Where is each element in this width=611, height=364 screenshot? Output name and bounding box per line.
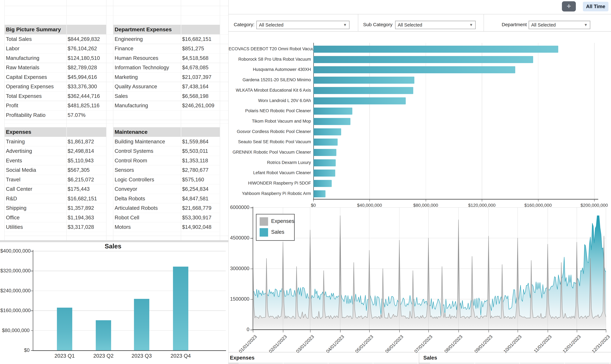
row-label: Manufacturing bbox=[6, 53, 66, 63]
table-row: Conveyor$6,254,834 bbox=[113, 184, 220, 194]
row-label: Quality Assurance bbox=[115, 82, 180, 91]
bar bbox=[314, 77, 414, 84]
row-label: Advertising bbox=[6, 146, 66, 156]
row-label: Office bbox=[6, 213, 66, 222]
row-value: $14,902,048 bbox=[182, 222, 219, 232]
table-header: Department Expenses bbox=[113, 25, 220, 34]
bar-category-label: Husqvarna Automower 430XH bbox=[229, 67, 311, 72]
department-filter-dropdown[interactable]: All Selected ▼ bbox=[529, 21, 590, 29]
row-value: $45,994,616 bbox=[68, 72, 106, 82]
table-row: Logic Controllers$575,160 bbox=[113, 175, 220, 184]
row-label: Social Media bbox=[6, 165, 66, 175]
filter-divider bbox=[358, 14, 358, 32]
add-button[interactable]: + bbox=[562, 1, 576, 12]
quarterly-chart-title: Sales bbox=[97, 243, 129, 250]
row-value: $7,438,164 bbox=[182, 82, 219, 91]
table-row: Total Sales$844,269,832 bbox=[4, 34, 106, 44]
gridline bbox=[594, 43, 595, 199]
table-row: Delta Robots$4,847,581 bbox=[113, 194, 220, 204]
row-value: $16,682,151 bbox=[182, 34, 219, 44]
table-row: Events$5,110,943 bbox=[4, 156, 106, 166]
subcategory-filter-dropdown[interactable]: All Selected ▼ bbox=[395, 21, 476, 29]
bar bbox=[314, 56, 533, 63]
table-row: Advertising$2,498,814 bbox=[4, 146, 106, 156]
bottom-table-cells bbox=[238, 363, 419, 364]
table-row: Sensors$2,780,677 bbox=[113, 165, 220, 175]
table-row: Articulated Robots$21,668,779 bbox=[113, 203, 220, 213]
row-value: $21,037,397 bbox=[182, 72, 219, 82]
y-tick-label: $160,000,000 bbox=[0, 308, 29, 313]
row-label: Finance bbox=[115, 44, 180, 53]
gridline bbox=[538, 43, 538, 199]
department-filter-label: Department bbox=[494, 21, 527, 28]
bar bbox=[314, 108, 352, 115]
row-value: $246,261,009 bbox=[182, 101, 219, 110]
row-value: $1,861,872 bbox=[68, 137, 106, 146]
tick bbox=[429, 330, 429, 332]
row-value: $4,847,581 bbox=[182, 194, 219, 203]
sheet-gridline bbox=[220, 0, 220, 240]
table-row: Office$1,194,363 bbox=[4, 213, 106, 222]
row-label: Operating Expenses bbox=[6, 82, 66, 91]
x-axis bbox=[313, 199, 598, 200]
row-value: $76,104,262 bbox=[68, 44, 106, 53]
tick bbox=[250, 299, 253, 300]
row-value: $2,780,677 bbox=[182, 165, 219, 175]
row-value: $2,498,814 bbox=[68, 146, 106, 156]
tick bbox=[250, 208, 253, 208]
table-row: Total Expenses$362,444,716 bbox=[4, 91, 106, 101]
bar-category-label: Polaris NEO Robotic Pool Cleaner bbox=[229, 108, 311, 113]
tick bbox=[577, 330, 577, 332]
table-row: Robot Cell$53,300,917 bbox=[113, 213, 220, 222]
bar bbox=[314, 169, 335, 177]
tick bbox=[340, 330, 341, 332]
table-row: Operating Expenses$33,376,300 bbox=[4, 82, 106, 91]
row-label: Training bbox=[6, 137, 66, 146]
bar-category-label: Rotrics Dexarm Luxury bbox=[229, 160, 311, 165]
y-tick-label: $0 bbox=[0, 347, 29, 353]
table-row: Call Center$175,443 bbox=[4, 184, 106, 194]
row-value: $175,443 bbox=[68, 184, 106, 194]
category-filter-dropdown[interactable]: All Selected ▼ bbox=[256, 21, 349, 29]
sheet-gridline bbox=[66, 0, 67, 240]
y-tick-label: $80,000,000 bbox=[0, 328, 29, 333]
bar-category-label: ECOVACS DEEBOT T20 Omni Robot Vacuum bbox=[229, 46, 311, 52]
bottom-table-corner-cell bbox=[419, 363, 430, 364]
table-row: Engineering$16,682,151 bbox=[113, 34, 220, 44]
sheet-gridline bbox=[4, 0, 5, 240]
table-title: Maintenance bbox=[115, 127, 148, 137]
table-row: Sales$6,568,198 bbox=[113, 91, 220, 101]
sheet-gridline bbox=[113, 0, 113, 240]
bar-category-label: Yahboom Raspberry Pi Robotic Arm bbox=[229, 191, 311, 196]
subcategory-filter-value: All Selected bbox=[398, 21, 422, 29]
row-label: Engineering bbox=[115, 34, 180, 44]
row-label: Profitability Ratio bbox=[6, 110, 66, 120]
sheet-gridline bbox=[4, 15, 228, 16]
bar-category-label: Tikom Robot Vacuum and Mop bbox=[229, 119, 311, 124]
row-value: $575,160 bbox=[182, 175, 219, 184]
row-label: R&D bbox=[6, 194, 66, 203]
table-header: Expenses bbox=[4, 127, 106, 137]
row-label: Conveyor bbox=[115, 184, 180, 194]
row-value: $5,503,011 bbox=[182, 146, 219, 156]
bar bbox=[314, 97, 406, 104]
product-sales-bar-chart: $0$40,000,000$80,000,000$120,000,000$160… bbox=[229, 32, 611, 208]
bar bbox=[96, 320, 111, 350]
table-row: R&D$16,682,151 bbox=[4, 194, 106, 204]
table-row: Training$1,861,872 bbox=[4, 137, 106, 147]
row-label: Building Maintenance bbox=[115, 137, 180, 146]
bar bbox=[314, 180, 332, 187]
table-header: Maintenance bbox=[113, 127, 220, 137]
bar bbox=[314, 118, 350, 125]
tick bbox=[31, 271, 33, 271]
table-row: Profitability Ratio57.07% bbox=[4, 110, 106, 120]
y-tick-label: $320,000,000 bbox=[0, 268, 29, 274]
bar-category-label: Gosvor Cordless Robotic Pool Cleaner bbox=[229, 129, 311, 134]
quarterly-sales-chart: Sales $0$80,000,000$160,000,000$240,000,… bbox=[0, 242, 228, 364]
row-label: Profit bbox=[6, 101, 66, 110]
row-value: 57.07% bbox=[68, 110, 106, 120]
bar-category-label: HIWONDER Raspberry Pi 5DOF bbox=[229, 181, 311, 186]
x-category-label: 2023 Q1 bbox=[49, 353, 81, 359]
all-time-button[interactable]: All Time bbox=[583, 2, 609, 11]
expenses-sales-time-chart: Expenses Sales 0150000030000004500000600… bbox=[229, 206, 611, 352]
